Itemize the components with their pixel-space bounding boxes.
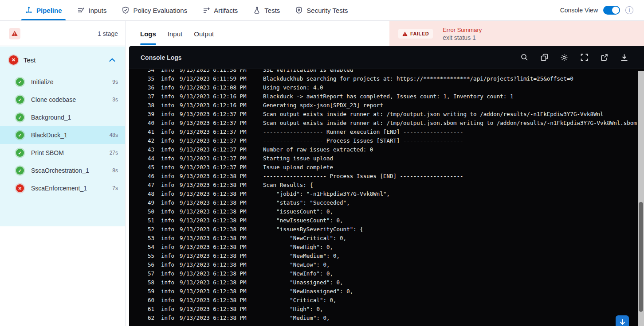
- console-view-label: Console View: [560, 7, 598, 14]
- log-line: 41 info 9/13/2023 6:12:37 PM -----------…: [148, 128, 638, 136]
- console-view-toggle[interactable]: [603, 6, 620, 15]
- failed-warning-icon: [9, 28, 20, 39]
- log-line-number: 41: [148, 128, 155, 136]
- log-message: "issuesBySeverityCount": {: [263, 225, 363, 234]
- log-line: 48 info 9/13/2023 6:12:38 PM "jobId": "-…: [148, 190, 638, 198]
- console-toolbar: [520, 54, 632, 62]
- tab-input-label: Input: [168, 30, 182, 38]
- step-row[interactable]: ✓ BlackDuck_1 48s: [0, 126, 125, 144]
- settings-gear-icon[interactable]: [560, 54, 568, 62]
- console-title: Console Logs: [141, 54, 182, 61]
- log-level: info: [161, 305, 175, 314]
- log-timestamp: 9/13/2023 6:12:38 PM: [180, 269, 250, 278]
- copy-icon[interactable]: [540, 54, 548, 62]
- log-level: info: [161, 296, 175, 305]
- search-icon[interactable]: [520, 54, 528, 62]
- tab-logs[interactable]: Logs: [140, 21, 156, 46]
- tab-artifacts[interactable]: Artifacts: [202, 0, 238, 20]
- step-label: Print SBOM: [31, 149, 64, 156]
- log-level: info: [161, 92, 175, 101]
- log-level: info: [161, 207, 175, 216]
- log-line-number: 52: [148, 225, 155, 234]
- step-label: SscaOrchestration_1: [31, 167, 89, 174]
- log-line: 61 info 9/13/2023 6:12:38 PM "High": 0,: [148, 305, 638, 314]
- scroll-to-bottom-button[interactable]: [616, 315, 629, 326]
- log-timestamp: 9/13/2023 6:12:16 PM: [180, 92, 250, 101]
- fullscreen-icon[interactable]: [580, 54, 588, 62]
- tab-output[interactable]: Output: [194, 21, 214, 46]
- stage-header-test[interactable]: ✕ Test: [0, 47, 125, 73]
- log-timestamp: 9/13/2023 6:12:38 PM: [180, 296, 250, 305]
- log-level: info: [161, 136, 175, 145]
- shield-check-icon: [122, 6, 130, 14]
- log-line-number: 36: [148, 83, 155, 92]
- tab-pipeline[interactable]: Pipeline: [25, 0, 62, 20]
- chevron-up-icon[interactable]: [109, 58, 115, 62]
- log-level: info: [161, 83, 175, 92]
- step-status-icon: ✓: [16, 78, 24, 86]
- step-duration: 7s: [112, 185, 118, 191]
- tab-tests[interactable]: Tests: [253, 0, 280, 20]
- log-message: "High": 0,: [263, 305, 323, 314]
- stage-failed-icon: ✕: [9, 55, 18, 65]
- tab-policy-evaluations-label: Policy Evaluations: [133, 7, 187, 14]
- step-row[interactable]: ✓ Clone codebase 3s: [0, 91, 125, 109]
- log-line: 49 info 9/13/2023 6:12:38 PM "status": "…: [148, 198, 638, 207]
- log-timestamp: 9/13/2023 6:12:38 PM: [180, 207, 250, 216]
- log-timestamp: 9/13/2023 6:12:37 PM: [180, 136, 250, 145]
- tab-inputs[interactable]: Inputs: [77, 0, 107, 20]
- tab-security-tests[interactable]: Security Tests: [295, 0, 348, 20]
- log-tabbar: Logs Input Output FAILED Error Summary e…: [126, 21, 644, 46]
- tab-input[interactable]: Input: [168, 21, 182, 46]
- log-timestamp: 9/13/2023 6:12:38 PM: [180, 243, 250, 252]
- step-status-icon: ✓: [16, 131, 24, 139]
- log-scrollbar-thumb[interactable]: [639, 202, 643, 312]
- stage-panel: ✕ Test ✓ Initialize 9s: [0, 47, 125, 226]
- info-icon[interactable]: i: [625, 6, 633, 14]
- log-level: info: [161, 198, 175, 207]
- log-level: info: [161, 243, 175, 252]
- log-line-number: 61: [148, 305, 155, 314]
- log-level: info: [161, 278, 175, 287]
- log-line-number: 43: [148, 145, 155, 154]
- log-viewport[interactable]: 34 info 9/13/2023 6:11:58 PM SSL verific…: [129, 70, 638, 326]
- console-header: Console Logs: [129, 46, 644, 69]
- execution-sidebar: 1 stage ✕ Test ✓ Initialize 9s: [0, 21, 126, 326]
- log-timestamp: 9/13/2023 6:12:37 PM: [180, 128, 250, 136]
- step-row[interactable]: ✓ SscaOrchestration_1 8s: [0, 162, 125, 179]
- log-line-number: 38: [148, 101, 155, 110]
- log-message: Blackduckhub searching for projects at: …: [263, 74, 573, 83]
- log-level: info: [161, 70, 175, 74]
- log-line-number: 35: [148, 74, 155, 83]
- log-message: SSL verification is enabled: [263, 70, 353, 74]
- log-level: info: [161, 154, 175, 163]
- log-line: 62 info 9/13/2023 6:12:38 PM "Medium": 0…: [148, 314, 638, 322]
- log-line-number: 37: [148, 92, 155, 101]
- tab-policy-evaluations[interactable]: Policy Evaluations: [122, 0, 187, 20]
- log-line: 45 info 9/13/2023 6:12:37 PM Issue uploa…: [148, 163, 638, 172]
- step-label: BlackDuck_1: [31, 132, 67, 139]
- log-timestamp: 9/13/2023 6:12:38 PM: [180, 225, 250, 234]
- log-line-number: 57: [148, 269, 155, 278]
- open-in-new-icon[interactable]: [600, 54, 608, 62]
- step-row[interactable]: ✓ Initialize 9s: [0, 73, 125, 91]
- error-summary-message: exit status 1: [443, 34, 482, 41]
- log-line-number: 48: [148, 190, 155, 198]
- log-line: 38 info 9/13/2023 6:12:16 PM Generating …: [148, 101, 638, 110]
- log-scrollbar-track[interactable]: [638, 71, 644, 326]
- download-icon[interactable]: [620, 54, 628, 62]
- log-message: "NewUnassigned": 0,: [263, 287, 353, 296]
- topnav-right: Console View i: [560, 6, 633, 15]
- log-lines: 34 info 9/13/2023 6:11:58 PM SSL verific…: [129, 70, 638, 322]
- log-message: Starting issue upload: [263, 154, 333, 163]
- step-status-icon: ✓: [16, 149, 24, 157]
- log-timestamp: 9/13/2023 6:12:37 PM: [180, 163, 250, 172]
- step-label: Initialize: [31, 78, 54, 85]
- step-row[interactable]: ✕ SscaEnforcement_1 7s: [0, 179, 125, 197]
- step-row[interactable]: ✓ Print SBOM 27s: [0, 144, 125, 162]
- step-status-icon: ✕: [16, 184, 24, 192]
- log-message: ------------------- Process Issues [END]…: [263, 172, 463, 181]
- log-message: "NewHigh": 0,: [263, 243, 333, 252]
- step-row[interactable]: ✓ Background_1: [0, 109, 125, 126]
- log-level: info: [161, 287, 175, 296]
